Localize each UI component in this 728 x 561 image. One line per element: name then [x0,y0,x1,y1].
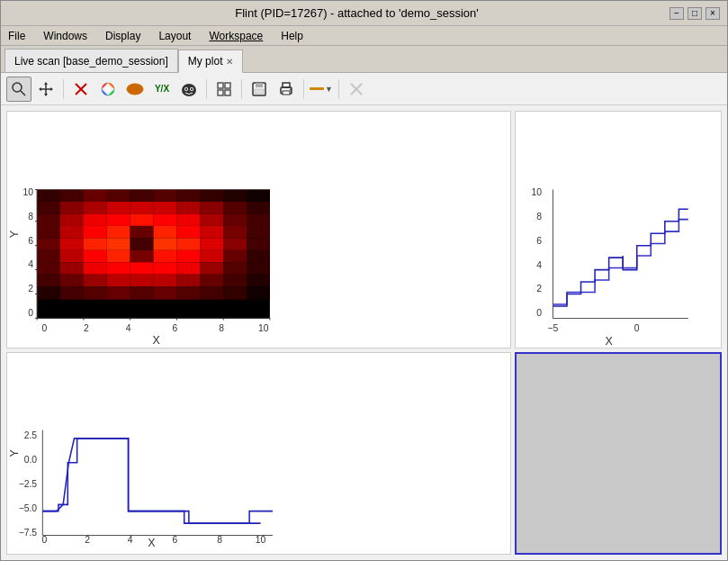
svg-text:8: 8 [219,323,224,333]
toolbar-zoom-button[interactable] [6,77,31,102]
svg-point-16 [185,88,187,90]
toolbar-pan-button[interactable] [33,77,58,102]
close-button[interactable]: × [706,7,720,20]
svg-text:8: 8 [536,212,542,222]
svg-marker-5 [44,94,48,96]
svg-rect-95 [84,250,107,262]
svg-rect-125 [84,286,107,299]
svg-rect-81 [223,226,247,238]
svg-rect-20 [218,90,223,95]
svg-text:X: X [605,335,613,348]
svg-rect-116 [107,275,130,286]
oval-icon [125,81,145,97]
menu-windows[interactable]: Windows [40,28,91,44]
svg-rect-130 [200,286,223,299]
maximize-button[interactable]: □ [688,7,702,20]
svg-text:8: 8 [28,212,33,222]
svg-rect-124 [60,286,84,299]
svg-rect-89 [176,238,200,249]
cancel-icon [73,81,89,97]
svg-text:0: 0 [28,308,33,318]
svg-rect-103 [37,262,60,274]
svg-rect-109 [176,262,200,274]
top-left-plot[interactable]: Y 0 2 4 6 8 10 0 2 4 6 8 10 X [6,111,511,348]
svg-rect-75 [84,226,107,238]
svg-rect-100 [200,250,223,262]
heatmap-x-label: X [152,334,160,347]
svg-text:6: 6 [536,236,542,246]
svg-text:0.0: 0.0 [24,455,38,465]
svg-rect-80 [200,226,223,238]
heatmap-svg: Y 0 2 4 6 8 10 0 2 4 6 8 10 X [7,112,510,348]
toolbar-separator-4 [303,79,304,99]
toolbar-save-button[interactable] [247,77,272,102]
svg-text:2: 2 [28,284,33,294]
disabled-icon [348,81,364,97]
svg-text:6: 6 [172,535,177,545]
svg-rect-110 [200,262,223,274]
svg-text:10: 10 [531,187,542,197]
svg-rect-115 [84,275,107,286]
toolbar-print-button[interactable] [274,77,299,102]
toolbar-yx-button[interactable]: Y/X [149,77,175,102]
svg-rect-18 [218,83,223,88]
bottom-left-plot[interactable]: Y −7.5 −5.0 −2.5 0.0 2.5 0 2 4 6 8 10 X [6,352,511,555]
svg-rect-55 [84,202,107,213]
svg-rect-104 [60,262,84,274]
toolbar-mask-button[interactable] [176,77,202,102]
toolbar-color-button[interactable] [95,77,121,102]
tab-my-plot-close[interactable]: ✕ [226,57,233,67]
svg-rect-105 [84,262,107,274]
minimize-button[interactable]: − [670,7,684,20]
main-content: Y 0 2 4 6 8 10 0 2 4 6 8 10 X [1,105,727,560]
top-right-plot[interactable]: 0 2 4 6 8 10 −5 0 X [515,111,722,348]
tab-my-plot[interactable]: My plot ✕ [178,50,244,73]
tab-live-scan[interactable]: Live scan [base_demo_session] [4,49,178,72]
tab-bar: Live scan [base_demo_session] My plot ✕ [1,46,727,73]
toolbar-cancel-button[interactable] [68,77,94,102]
svg-rect-91 [223,238,247,249]
svg-point-17 [191,88,193,90]
toolbar-separator-5 [338,79,339,99]
toolbar-widget-button[interactable] [211,77,237,102]
svg-rect-123 [37,286,60,299]
menu-display[interactable]: Display [102,28,144,44]
svg-rect-68 [154,213,177,225]
color-wheel-icon [100,81,116,97]
mask-icon [181,81,197,97]
menu-layout[interactable]: Layout [155,28,194,44]
svg-text:2: 2 [85,535,90,545]
svg-rect-83 [37,238,60,249]
title-bar: Flint (PID=17267) - attached to 'demo_se… [1,1,727,26]
svg-text:−5: −5 [548,323,559,333]
svg-text:4: 4 [126,323,131,333]
menu-file[interactable]: File [4,28,29,44]
svg-rect-47 [130,190,154,202]
svg-text:4: 4 [536,260,542,270]
menu-workspace[interactable]: Workspace [205,28,266,44]
bottom-right-plot[interactable] [515,352,722,555]
toolbar-oval-button[interactable] [122,77,148,102]
svg-rect-61 [223,202,247,213]
toolbar-separator-3 [241,79,242,99]
linestyle-arrow-icon: ▼ [325,85,333,94]
svg-rect-101 [223,250,247,262]
svg-rect-73 [37,226,60,238]
svg-text:4: 4 [128,535,133,545]
svg-rect-59 [176,202,200,213]
svg-rect-49 [176,190,200,202]
svg-rect-19 [225,83,230,88]
svg-rect-76 [107,226,130,238]
toolbar-linestyle-button[interactable]: ▼ [309,77,334,102]
svg-rect-88 [154,238,177,249]
svg-rect-45 [84,190,107,202]
svg-text:0: 0 [42,323,48,333]
svg-text:8: 8 [217,535,222,545]
svg-rect-122 [247,275,270,286]
title-buttons: − □ × [670,7,720,20]
menu-help[interactable]: Help [277,28,307,44]
svg-text:6: 6 [172,323,177,333]
svg-rect-66 [107,213,130,225]
top-right-svg: 0 2 4 6 8 10 −5 0 X [516,112,721,348]
svg-rect-93 [37,250,60,262]
